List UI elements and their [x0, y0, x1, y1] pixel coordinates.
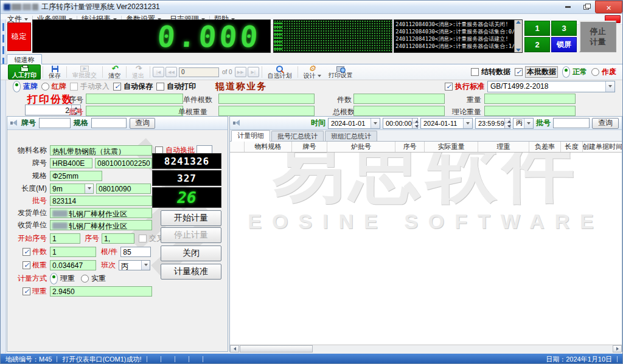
weight-field[interactable]: [484, 94, 576, 104]
bar-unit-weight-field[interactable]: 0.034647: [50, 260, 96, 270]
close-button[interactable]: [595, 1, 622, 13]
scroll-left-button[interactable]: [230, 345, 239, 352]
col-neg-tolerance[interactable]: 负差率: [529, 142, 561, 152]
scroll-right-button[interactable]: [613, 345, 622, 352]
receiver-field[interactable]: 轧钢厂棒材作业区: [50, 220, 152, 230]
close-form-button[interactable]: 关闭: [161, 246, 221, 261]
restore-button[interactable]: [577, 1, 595, 13]
tab-batch-summary[interactable]: 批号汇总统计: [271, 131, 324, 141]
design-button[interactable]: 设计: [300, 64, 325, 80]
left-query-button[interactable]: 查询: [130, 118, 155, 129]
total-bars-field[interactable]: [353, 106, 445, 116]
blue-tag-radio[interactable]: 蓝牌: [13, 81, 38, 92]
bars-per-piece-field[interactable]: 85: [120, 247, 151, 257]
grade-code-field[interactable]: 0801001002250: [95, 158, 152, 168]
col-seq[interactable]: 序号: [395, 142, 425, 152]
theory-weight-field[interactable]: [484, 106, 576, 116]
standard-checkbox[interactable]: 执行标准: [445, 81, 484, 92]
nav-prev-button[interactable]: ◀◀: [165, 67, 177, 77]
seq-field2[interactable]: 1,: [102, 233, 134, 244]
normal-radio[interactable]: 正常: [562, 66, 587, 78]
lock-screen-button[interactable]: 锁屏: [551, 37, 577, 52]
spec-field[interactable]: Φ25mm: [50, 171, 102, 181]
length-select[interactable]: 9m: [50, 184, 94, 194]
col-material-spec[interactable]: 物料规格: [245, 142, 292, 152]
records-table-body[interactable]: 易思软件 EOSINE SOFTWARE: [230, 153, 622, 345]
col-length[interactable]: 长度: [561, 142, 583, 152]
nav-record-input[interactable]: 0: [179, 67, 219, 77]
to-date-select[interactable]: 2024-01-11: [420, 118, 473, 129]
standard-select[interactable]: GB/T1499.2-2018: [487, 81, 615, 92]
quick-button-3[interactable]: 3: [551, 21, 577, 36]
log-scrollbar[interactable]: [514, 20, 522, 52]
seq-field[interactable]: [86, 94, 183, 104]
quick-button-1[interactable]: 1: [524, 21, 550, 36]
chevron-down-icon: [318, 75, 321, 77]
col-created-time[interactable]: 创建单据时间: [583, 142, 622, 152]
collapse-panel-icon[interactable]: [10, 120, 18, 126]
print-settings-button[interactable]: 打印设置: [325, 64, 357, 80]
manual-entry-checkbox[interactable]: 手动录入: [70, 81, 110, 92]
batch-filter-input[interactable]: [553, 118, 590, 128]
window-title: 工序转序计量管理系统 Ver20231231: [41, 2, 160, 12]
bar-weight-field[interactable]: [218, 106, 315, 116]
from-date-select[interactable]: 2024-01-01: [328, 118, 380, 129]
spec-search-input[interactable]: [91, 118, 127, 128]
auto-save-checkbox[interactable]: 自动保存: [113, 81, 153, 92]
start-seq-field[interactable]: 1: [50, 233, 80, 244]
length-code-field[interactable]: 08010090: [96, 184, 151, 194]
scrollbar-thumb[interactable]: [240, 345, 313, 352]
start-measure-button[interactable]: 开始计量: [161, 210, 221, 226]
heat-batch-field[interactable]: 823114: [50, 196, 152, 206]
stop-measure-form-button[interactable]: 停止计量: [161, 227, 221, 243]
theory-check-label[interactable]: 理重: [7, 286, 50, 297]
from-time-stepper[interactable]: 00:00:00: [383, 118, 418, 129]
right-query-button[interactable]: 查询: [592, 118, 619, 129]
to-time-stepper[interactable]: 23:59:59: [475, 118, 510, 129]
shift-filter-select[interactable]: 丙: [513, 118, 534, 129]
col-grade[interactable]: 牌号: [292, 142, 327, 152]
col-theory-weight[interactable]: 理重: [478, 142, 529, 152]
col-actual-weight[interactable]: 实际重量: [425, 142, 478, 152]
select-plan-button[interactable]: 自选计划: [264, 64, 296, 80]
nav-of-label: of 0: [222, 69, 232, 75]
pieces-field[interactable]: [353, 94, 445, 104]
grade-search-input[interactable]: [39, 118, 71, 128]
exit-button[interactable]: 退出: [128, 64, 148, 80]
tab-shift-summary[interactable]: 班组汇总统计: [325, 131, 377, 141]
quick-button-2[interactable]: 2: [524, 37, 550, 52]
pieces-count-field[interactable]: 1: [50, 247, 96, 257]
save-button[interactable]: 保存: [45, 64, 64, 80]
minimize-button[interactable]: [559, 1, 577, 13]
pieces-bars-field[interactable]: [218, 94, 315, 104]
bar-weight-check-label[interactable]: 根重: [7, 260, 50, 270]
manual-print-button[interactable]: 人工打印: [8, 64, 41, 80]
collapse-panel-icon[interactable]: [233, 120, 241, 126]
mode-theory-radio[interactable]: 理重: [50, 273, 75, 284]
cross-checkbox[interactable]: 交叉: [139, 233, 164, 244]
red-tag-radio[interactable]: 红牌: [41, 81, 66, 92]
mode-actual-radio[interactable]: 实重: [81, 273, 106, 284]
pieces-check-label[interactable]: 件数: [7, 247, 50, 257]
material-field[interactable]: 热轧带肋钢筋（抗震）: [50, 145, 152, 156]
col-heat-batch[interactable]: 炉批号: [327, 142, 395, 152]
verify-measure-button[interactable]: 计量核准: [161, 264, 221, 280]
approve-submit-button[interactable]: 审批提交: [69, 64, 100, 80]
stop-measure-button[interactable]: 停止计量: [579, 21, 616, 52]
theory-weight-value-field[interactable]: 2.9450: [50, 286, 152, 297]
carryover-checkbox[interactable]: 结转数据: [471, 67, 510, 77]
grade-field[interactable]: HRB400E: [50, 158, 92, 168]
nav-first-button[interactable]: |◀: [153, 67, 164, 77]
nav-next-button[interactable]: ▶▶: [235, 67, 246, 77]
clear-button[interactable]: 清空: [105, 64, 124, 80]
tab-roller-scale[interactable]: 辊道称: [7, 54, 42, 64]
sender-field[interactable]: 轧钢厂棒材作业区: [50, 208, 152, 218]
nav-last-button[interactable]: ▶|: [248, 67, 259, 77]
shift-select[interactable]: 丙: [119, 260, 150, 270]
horizontal-scrollbar[interactable]: [230, 345, 622, 352]
auto-print-checkbox[interactable]: 自动打印: [156, 81, 196, 92]
current-batch-checkbox[interactable]: 本批数据: [515, 66, 558, 78]
tab-measure-detail[interactable]: 计量明细: [231, 130, 270, 142]
void-radio[interactable]: 作废: [591, 67, 616, 77]
batch-field[interactable]: [86, 106, 183, 116]
